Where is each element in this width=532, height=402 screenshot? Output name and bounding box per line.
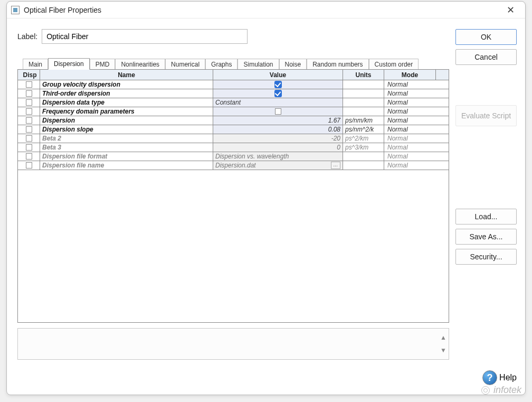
param-units: ps^3/km (343, 143, 384, 152)
ok-button[interactable]: OK (455, 29, 517, 45)
param-name: Beta 3 (40, 143, 213, 152)
param-units (343, 152, 384, 161)
tab-random-numbers[interactable]: Random numbers (307, 59, 368, 70)
tab-pmd[interactable]: PMD (90, 59, 116, 70)
param-units: ps/nm/km (343, 116, 384, 125)
param-value[interactable] (213, 107, 343, 116)
param-value[interactable]: Dispersion vs. wavelength (213, 152, 343, 161)
table-row: Dispersion file formatDispersion vs. wav… (18, 152, 449, 161)
description-panel: ▲ ▼ (17, 328, 449, 360)
param-name: Dispersion file format (40, 152, 213, 161)
unchecked-icon (275, 108, 281, 115)
load-button[interactable]: Load... (455, 209, 517, 225)
param-name: Frequency domain parameters (40, 107, 213, 116)
tab-dispersion[interactable]: Dispersion (48, 58, 90, 70)
param-mode[interactable]: Normal (384, 107, 436, 116)
property-grid: Disp Name Value Units Mode Group velocit… (17, 69, 449, 323)
col-header-units[interactable]: Units (343, 70, 384, 80)
tab-main[interactable]: Main (23, 59, 48, 70)
tab-numerical[interactable]: Numerical (165, 59, 205, 70)
param-units (343, 161, 384, 170)
param-value[interactable]: 1.67 (213, 116, 343, 125)
param-mode[interactable]: Normal (384, 116, 436, 125)
table-row: Dispersion slope0.08ps/nm^2/kNormal (18, 125, 449, 134)
param-value[interactable]: Constant (213, 98, 343, 107)
titlebar: Optical Fiber Properties ✕ (7, 2, 525, 18)
table-row: Group velocity dispersionNormal (18, 80, 449, 89)
disp-checkbox[interactable] (18, 134, 40, 143)
table-row: Dispersion data typeConstantNormal (18, 98, 449, 107)
grid-body: Group velocity dispersionNormalThird-ord… (18, 80, 449, 170)
param-value[interactable]: 0.08 (213, 125, 343, 134)
save-as-button[interactable]: Save As... (455, 229, 517, 245)
disp-checkbox[interactable] (18, 161, 40, 170)
param-mode[interactable]: Normal (384, 161, 436, 170)
param-mode[interactable]: Normal (384, 80, 436, 89)
panel-up-arrow-icon[interactable]: ▲ (440, 334, 446, 341)
param-name: Dispersion (40, 116, 213, 125)
param-name: Third-order dispersion (40, 89, 213, 98)
tab-nonlinearities[interactable]: Nonlinearities (115, 59, 165, 70)
tab-graphs[interactable]: Graphs (205, 59, 238, 70)
param-units: ps/nm^2/k (343, 125, 384, 134)
help-label: Help (499, 373, 517, 382)
disp-checkbox[interactable] (18, 152, 40, 161)
disp-checkbox[interactable] (18, 107, 40, 116)
checked-icon (274, 90, 282, 97)
table-row: Frequency domain parametersNormal (18, 107, 449, 116)
param-units (343, 98, 384, 107)
param-mode[interactable]: Normal (384, 152, 436, 161)
label-caption: Label: (17, 32, 37, 41)
grid-header: Disp Name Value Units Mode (18, 70, 449, 80)
checked-icon (274, 81, 282, 88)
close-button[interactable]: ✕ (500, 3, 521, 17)
table-row: Beta 2-20ps^2/kmNormal (18, 134, 449, 143)
disp-checkbox[interactable] (18, 89, 40, 98)
security-button[interactable]: Security... (455, 249, 517, 265)
col-header-mode[interactable]: Mode (384, 70, 436, 80)
col-header-disp[interactable]: Disp (18, 70, 40, 80)
table-row: Beta 30ps^3/kmNormal (18, 143, 449, 152)
param-name: Beta 2 (40, 134, 213, 143)
cancel-button[interactable]: Cancel (455, 49, 517, 65)
disp-checkbox[interactable] (18, 116, 40, 125)
param-value[interactable] (213, 80, 343, 89)
disp-checkbox[interactable] (18, 143, 40, 152)
help-button[interactable]: ? Help (455, 367, 517, 388)
param-mode[interactable]: Normal (384, 98, 436, 107)
param-mode[interactable]: Normal (384, 89, 436, 98)
tab-noise[interactable]: Noise (279, 59, 307, 70)
param-units: ps^2/km (343, 134, 384, 143)
tab-simulation[interactable]: Simulation (238, 59, 279, 70)
param-units (343, 80, 384, 89)
disp-checkbox[interactable] (18, 80, 40, 89)
dialog-window: Optical Fiber Properties ✕ Label: MainDi… (6, 1, 526, 395)
param-name: Dispersion file name (40, 161, 213, 170)
label-row: Label: (17, 29, 449, 44)
col-header-value[interactable]: Value (213, 70, 343, 80)
param-value[interactable] (213, 89, 343, 98)
evaluate-script-button[interactable]: Evaluate Script (455, 105, 517, 126)
table-row: Dispersion1.67ps/nm/kmNormal (18, 116, 449, 125)
param-value[interactable]: -20 (213, 134, 343, 143)
app-icon (11, 6, 20, 14)
param-mode[interactable]: Normal (384, 143, 436, 152)
tab-bar: MainDispersionPMDNonlinearitiesNumerical… (23, 58, 449, 69)
table-row: Third-order dispersionNormal (18, 89, 449, 98)
param-value[interactable]: Dispersion.dat... (213, 161, 343, 170)
panel-down-arrow-icon[interactable]: ▼ (440, 347, 446, 354)
browse-button[interactable]: ... (331, 162, 340, 169)
param-name: Dispersion slope (40, 125, 213, 134)
col-header-name[interactable]: Name (40, 70, 213, 80)
table-row: Dispersion file nameDispersion.dat...Nor… (18, 161, 449, 170)
disp-checkbox[interactable] (18, 98, 40, 107)
param-mode[interactable]: Normal (384, 125, 436, 134)
button-column: OK Cancel Evaluate Script Load... Save A… (455, 29, 517, 388)
param-name: Group velocity dispersion (40, 80, 213, 89)
param-name: Dispersion data type (40, 98, 213, 107)
tab-custom-order[interactable]: Custom order (369, 59, 419, 70)
param-mode[interactable]: Normal (384, 134, 436, 143)
disp-checkbox[interactable] (18, 125, 40, 134)
label-input[interactable] (42, 29, 248, 44)
param-value[interactable]: 0 (213, 143, 343, 152)
